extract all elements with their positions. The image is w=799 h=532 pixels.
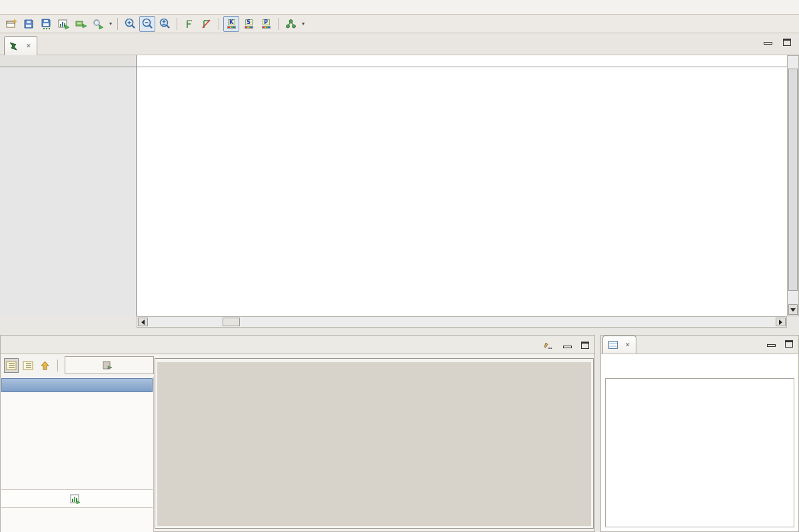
- maximize-panel-icon[interactable]: [785, 340, 793, 348]
- export-pdf-button[interactable]: [65, 356, 154, 374]
- timeline-ruler: [137, 55, 787, 67]
- guided-analysis-button[interactable]: [4, 358, 19, 373]
- examine-gpu-usage-button[interactable]: [1, 489, 153, 508]
- timeline-view: [0, 55, 799, 330]
- list-ordered-icon: [6, 361, 17, 370]
- bar-chart-icon: [70, 494, 81, 504]
- editor-tabbar: ✕: [0, 33, 799, 55]
- call-graph-dropdown-caret[interactable]: ▾: [300, 21, 307, 27]
- pencil-icon[interactable]: [543, 340, 554, 350]
- maximize-panel-icon[interactable]: [581, 342, 589, 349]
- marker-flag-icon: [201, 19, 212, 29]
- horizontal-scrollbar-thumb[interactable]: [223, 318, 240, 326]
- properties-panel: ✕: [600, 335, 799, 532]
- minimize-icon[interactable]: [764, 42, 772, 45]
- analysis-stage-header: [1, 378, 153, 392]
- analyze-dropdown-caret[interactable]: ▾: [107, 21, 114, 27]
- zoom-fit-icon: [159, 18, 171, 29]
- save-all-icon: [41, 19, 51, 29]
- toolbar-separator: [278, 18, 279, 30]
- close-icon[interactable]: ✕: [625, 342, 630, 348]
- tab-properties[interactable]: ✕: [602, 336, 636, 354]
- zoom-out-button[interactable]: [139, 16, 155, 32]
- maximize-icon[interactable]: [783, 39, 791, 46]
- zoom-in-button[interactable]: [122, 16, 138, 32]
- main-toolbar: ▾ K S P ▾: [0, 15, 799, 33]
- marker-ruler-icon: [184, 19, 195, 29]
- process-timeline-button[interactable]: P: [258, 16, 274, 32]
- back-up-button[interactable]: [37, 358, 52, 373]
- call-graph-button[interactable]: [283, 16, 299, 32]
- timeline-bottom-filler: [0, 316, 137, 328]
- process-mode-icon: P: [260, 18, 272, 30]
- new-session-button[interactable]: [3, 16, 19, 32]
- session-nvidia-icon: [9, 41, 19, 51]
- arrow-left-icon: [141, 320, 145, 325]
- scroll-right-button[interactable]: [776, 318, 786, 326]
- zoom-in-icon: [125, 18, 136, 29]
- analysis-panel: [0, 335, 595, 532]
- profile-application-button[interactable]: [55, 16, 71, 32]
- timeline-canvas[interactable]: [137, 67, 787, 316]
- vertical-scrollbar-thumb[interactable]: [788, 69, 798, 291]
- marker-flag-button[interactable]: [199, 16, 215, 32]
- save-button[interactable]: [21, 16, 37, 32]
- toolbar-separator: [57, 360, 58, 372]
- call-graph-icon: [285, 19, 297, 29]
- new-session-icon: [6, 19, 17, 29]
- kernel-timeline-button[interactable]: K: [223, 16, 239, 32]
- timeline-row-tree: [0, 67, 137, 316]
- arrow-right-icon: [779, 320, 782, 325]
- results-empty-area: [157, 362, 591, 526]
- stream-mode-icon: S: [243, 18, 255, 30]
- run-analysis-button[interactable]: [73, 16, 89, 32]
- stream-timeline-button[interactable]: S: [241, 16, 257, 32]
- vertical-scrollbar[interactable]: [787, 55, 799, 316]
- bottom-tabs: [1, 336, 594, 354]
- minimize-panel-icon[interactable]: [767, 344, 776, 347]
- properties-icon: [608, 341, 618, 349]
- analysis-column: [1, 377, 154, 532]
- up-arrow-icon: [40, 361, 50, 371]
- arrow-down-icon: [790, 308, 796, 312]
- analyze-magnifier-icon: [93, 19, 104, 29]
- toolbar-separator: [117, 18, 118, 30]
- unguided-analysis-button[interactable]: [21, 358, 35, 373]
- zoom-fit-button[interactable]: [157, 16, 173, 32]
- properties-empty-box: [605, 378, 794, 527]
- session-tab[interactable]: ✕: [4, 36, 37, 55]
- run-analysis-icon: [75, 19, 87, 29]
- toolbar-separator: [177, 18, 177, 30]
- close-icon[interactable]: ✕: [26, 43, 31, 49]
- minimize-panel-icon[interactable]: [563, 346, 572, 348]
- toolbar-separator: [219, 18, 219, 30]
- list-plain-icon: [23, 361, 33, 370]
- scroll-down-button[interactable]: [788, 304, 798, 315]
- zoom-out-icon: [142, 18, 153, 29]
- marker-ruler-button[interactable]: [181, 16, 197, 32]
- horizontal-scrollbar[interactable]: [137, 316, 787, 328]
- results-groupbox: [155, 358, 594, 529]
- kernel-mode-icon: K: [225, 18, 237, 30]
- analyze-button[interactable]: [90, 16, 106, 32]
- timeline-corner: [0, 55, 137, 67]
- save-icon: [23, 19, 34, 29]
- export-pdf-icon: [103, 360, 113, 370]
- scroll-left-button[interactable]: [138, 318, 148, 326]
- menubar: [0, 0, 799, 15]
- nvidia-visual-profiler-window: ▾ K S P ▾: [0, 0, 799, 532]
- profile-application-icon: [58, 19, 69, 29]
- save-all-button[interactable]: [38, 16, 54, 32]
